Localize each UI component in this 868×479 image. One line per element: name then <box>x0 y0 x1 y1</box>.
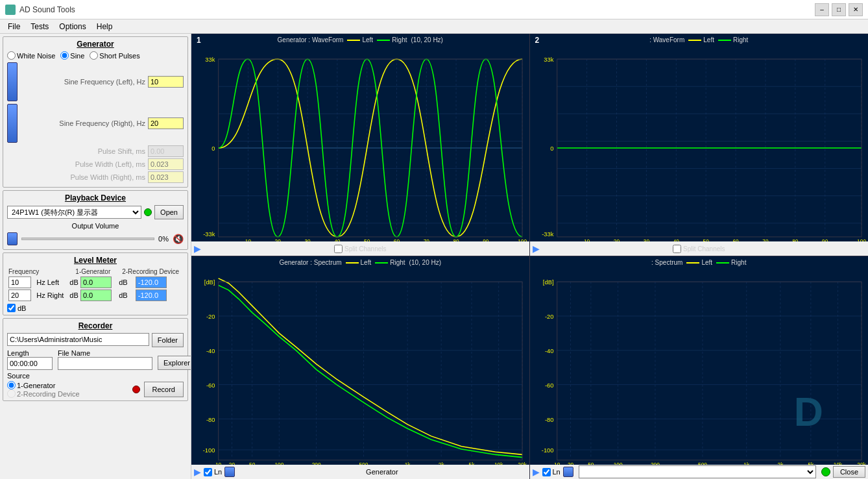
close-button[interactable]: ✕ <box>849 3 863 16</box>
explorer-button[interactable]: Explorer <box>158 356 191 370</box>
chart2-spec-arrow[interactable]: ▶ <box>533 467 540 477</box>
gen-header: 1-Generator <box>68 267 117 276</box>
chart1-spec-thumb[interactable] <box>224 467 235 477</box>
source-gen-radio[interactable] <box>7 381 16 389</box>
device-status-indicator <box>144 208 152 216</box>
chart1-split-channels[interactable]: Split Channels <box>334 245 386 253</box>
chart2-spec-dropdown[interactable] <box>579 465 816 478</box>
source-gen-option[interactable]: 1-Generator <box>7 381 80 389</box>
chart1-num: 1 <box>197 36 201 45</box>
level-gen2-input[interactable] <box>80 289 112 301</box>
chart2-ln-checkbox[interactable] <box>542 468 551 476</box>
menu-help[interactable]: Help <box>91 21 118 32</box>
freq-left-slider[interactable] <box>7 62 18 101</box>
minimize-button[interactable]: – <box>815 3 829 16</box>
volume-label: Output Volume <box>7 222 184 230</box>
level-gen1-input[interactable] <box>80 276 112 288</box>
maximize-button[interactable]: □ <box>832 3 846 16</box>
volume-slider-track[interactable] <box>21 238 154 240</box>
volume-slider-thumb[interactable] <box>7 232 18 245</box>
chart2-wave-nav: ▶ <box>533 243 540 254</box>
chart1-ln-label[interactable]: Ln <box>204 468 222 476</box>
folder-button[interactable]: Folder <box>152 333 184 347</box>
chart1-wave-arrow[interactable]: ▶ <box>194 243 201 254</box>
chart2-legend-green <box>718 40 731 41</box>
white-noise-option[interactable]: White Noise <box>7 51 55 60</box>
level-row-1: Hz Left dB dB <box>7 276 184 289</box>
chart2-num: 2 <box>535 36 540 45</box>
pulse-shift-input <box>148 145 184 157</box>
filename-input[interactable] <box>58 357 152 370</box>
level-rec1-input[interactable] <box>136 276 167 288</box>
chart1-wave-legend-right: Right <box>377 36 407 43</box>
level-freq2-input[interactable] <box>8 289 31 301</box>
chart2-wave-title: : WaveForm <box>649 36 684 43</box>
short-pulses-radio[interactable] <box>90 51 98 60</box>
svg-rect-68 <box>191 268 529 474</box>
svg-text:-100: -100 <box>203 447 215 454</box>
sine-radio[interactable] <box>60 51 69 60</box>
open-button[interactable]: Open <box>154 205 184 219</box>
recorder-path-row: Folder <box>7 333 184 347</box>
chart1-spec-title: Generator : Spectrum <box>279 259 341 266</box>
menu-file[interactable]: File <box>3 21 25 32</box>
device-select[interactable]: 24P1W1 (英特尔(R) 显示器 <box>7 206 141 219</box>
playback-device-section: Playback Device 24P1W1 (英特尔(R) 显示器 Open … <box>3 190 188 250</box>
source-rec-radio <box>7 389 16 398</box>
close-button[interactable]: Close <box>833 466 865 478</box>
db-checkbox-label[interactable]: dB <box>7 304 184 312</box>
short-pulses-option[interactable]: Short Pulses <box>90 51 139 60</box>
chart2-ln-label[interactable]: Ln <box>542 468 561 476</box>
title-bar-controls: – □ ✕ <box>815 3 863 16</box>
volume-pct: 0% <box>158 235 169 243</box>
pulse-width-left-input[interactable] <box>148 158 184 170</box>
svg-rect-104 <box>530 268 869 474</box>
menu-options[interactable]: Options <box>54 21 91 32</box>
length-input <box>7 357 53 370</box>
generator-label: Generator <box>237 468 526 476</box>
svg-text:0: 0 <box>211 145 215 152</box>
level-rec2-input[interactable] <box>136 289 167 301</box>
level-gen1-db-label: dB <box>69 278 78 286</box>
app-icon <box>5 5 16 15</box>
title-bar-title: AD Sound Tools <box>19 5 815 14</box>
chart2-spec-thumb[interactable] <box>563 467 573 477</box>
pulse-width-right-input[interactable] <box>148 171 184 183</box>
left-panel: Generator White Noise Sine Short Pulses <box>0 34 191 479</box>
pulse-width-left-row: Pulse Width (Left), ms <box>7 158 184 170</box>
playback-title: Playback Device <box>7 193 184 203</box>
menu-tests[interactable]: Tests <box>25 21 54 32</box>
sine-freq-right-input[interactable] <box>148 117 184 129</box>
spec1-legend-green <box>375 262 388 264</box>
freq-right-slider[interactable] <box>7 104 18 143</box>
pulse-width-right-label: Pulse Width (Right), ms <box>7 173 148 181</box>
chart1-split-checkbox[interactable] <box>334 245 343 253</box>
chart2-split-checkbox[interactable] <box>673 245 681 253</box>
sine-option[interactable]: Sine <box>60 51 84 60</box>
record-button[interactable]: Record <box>144 382 184 397</box>
chart2-wave-legend-left: Left <box>688 36 714 43</box>
spec2-legend-yellow <box>686 262 699 264</box>
source-rec-option[interactable]: 2-Recording Device <box>7 389 80 398</box>
chart2-wave-arrow[interactable]: ▶ <box>533 243 540 254</box>
white-noise-radio[interactable] <box>7 51 16 60</box>
svg-text:33k: 33k <box>544 56 553 63</box>
chart1-waveform-cell: 1 Generator : WaveForm Left Right (10, 2… <box>191 34 530 256</box>
db-checkbox[interactable] <box>7 304 16 312</box>
chart1-spec-arrow[interactable]: ▶ <box>194 467 201 477</box>
svg-text:0: 0 <box>550 145 553 152</box>
chart2-split-channels[interactable]: Split Channels <box>673 245 725 253</box>
generator-section: Generator White Noise Sine Short Pulses <box>3 36 188 188</box>
svg-text:-60: -60 <box>206 382 215 389</box>
chart1-spectrum-svg: [dB] -20 -40 -60 -80 -100 10 20 50 100 2… <box>191 268 529 474</box>
svg-text:-20: -20 <box>544 313 553 320</box>
svg-text:-40: -40 <box>206 347 215 354</box>
level-freq1-input[interactable] <box>8 276 31 288</box>
sine-freq-left-input[interactable] <box>148 76 184 88</box>
level-rec1-db-label: dB <box>119 278 127 286</box>
recorder-path-input[interactable] <box>7 333 149 346</box>
chart2-legend-yellow <box>688 40 701 41</box>
svg-text:-40: -40 <box>544 347 553 354</box>
chart1-ln-checkbox[interactable] <box>204 468 212 476</box>
svg-text:D: D <box>793 389 823 434</box>
